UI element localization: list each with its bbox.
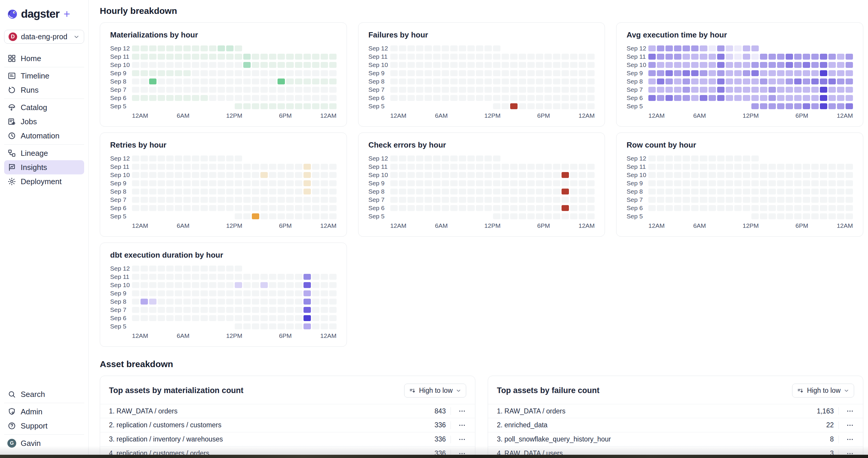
sidebar-item-timeline[interactable]: Timeline [4,69,84,83]
heatmap-cell [132,189,140,194]
heatmap-cell [433,45,440,51]
sidebar-item-lineage[interactable]: Lineage [4,146,84,160]
heatmap-cell [493,87,500,93]
heatmap-cell [493,205,500,211]
sidebar-item-home[interactable]: Home [4,51,84,66]
sidebar-item-insights[interactable]: Insights [4,160,84,174]
heatmap-cell [329,78,337,85]
heatmap-cell [218,299,225,304]
heatmap-cell [570,87,578,93]
heatmap-cell [442,95,449,101]
heatmap-cell [467,180,475,186]
heatmap-cell [519,87,526,93]
heatmap-cell [183,156,191,161]
heatmap-cell [510,197,518,203]
heatmap-row: Sep 5 [110,323,337,330]
heatmap-cell [587,205,595,211]
heatmap-cell [425,78,432,85]
heatmap-cell [786,78,793,85]
heatmap-cell [845,103,853,109]
heatmap-cell [399,180,406,186]
sidebar-nav: HomeTimelineRunsCatalogJobsAutomationLin… [4,51,84,189]
heatmap-cell [175,156,182,161]
row-menu-button[interactable] [456,435,469,443]
heatmap-cell [769,62,776,68]
heatmap-cell [278,274,285,280]
heatmap-cell [252,78,259,85]
heatmap-cell [149,307,156,313]
table-row[interactable]: 1. RAW_DATA / orders843 [100,404,475,418]
table-row[interactable]: 3. replication / inventory / warehouses3… [100,432,475,447]
sidebar-item-support[interactable]: Support [4,419,84,433]
table-title: Top assets by failure count [497,386,600,395]
heatmap-cell [648,164,656,170]
table-row[interactable]: 2. replication / customers / customers33… [100,418,475,432]
row-menu-button[interactable] [456,421,469,429]
heatmap-cell [459,172,466,178]
asset-count: 8 [807,435,834,443]
heatmap-cell [304,87,311,93]
heatmap-cell [734,70,742,76]
sidebar-item-admin[interactable]: Admin [4,404,84,419]
heatmap-cell [183,290,191,296]
sidebar-item-runs[interactable]: Runs [4,83,84,97]
heatmap-cell [243,180,251,186]
heatmap-cell [493,103,500,109]
heatmap-cell [200,299,208,304]
user-menu[interactable]: G Gavin [4,436,84,450]
heatmap-cell [769,103,776,109]
heatmap-cell [519,62,526,68]
heatmap-cell [743,197,750,203]
heatmap-cell [476,78,483,85]
heatmap-cell [743,172,750,178]
row-menu-button[interactable] [456,407,469,415]
row-label: Sep 11 [626,53,647,60]
heatmap-cell [837,197,844,203]
sort-dropdown[interactable]: High to low [404,384,466,397]
heatmap-cell [709,54,716,60]
row-menu-button[interactable] [843,421,857,429]
heatmap-cell [407,87,415,93]
heatmap-cell [760,189,767,194]
table-row[interactable]: 1. RAW_DATA / orders1,163 [488,404,863,418]
deployment-switcher[interactable]: D data-eng-prod [4,30,84,44]
heatmap-cell [726,205,733,211]
heatmap-cell [218,205,225,211]
heatmap-cell [674,164,681,170]
heatmap-cell [502,189,509,194]
heatmap-cell [829,70,836,76]
row-menu-button[interactable] [843,435,857,443]
sort-dropdown[interactable]: High to low [792,384,854,397]
table-header: Top assets by materialization countHigh … [100,376,475,404]
heatmap-cell [235,172,242,178]
heatmap-cell [553,95,560,101]
sidebar-item-catalog[interactable]: Catalog [4,100,84,115]
sidebar-item-deployment[interactable]: Deployment [4,174,84,189]
heatmap-cell [467,78,475,85]
row-label: Sep 10 [110,61,131,68]
insights-icon [7,163,16,172]
sidebar-item-label: Support [21,421,48,431]
heatmap-cell [235,299,242,304]
heatmap-cell [769,172,776,178]
heatmap-cell [777,164,784,170]
heatmap-cell [527,54,535,60]
heatmap-cell [433,189,440,194]
axis-tick: 12PM [485,112,501,119]
heatmap-cell [329,54,337,60]
sidebar-item-automation[interactable]: Automation [4,129,84,143]
heatmap-cell [286,164,293,170]
heatmap-cell [845,164,853,170]
sidebar-item-search[interactable]: Search [4,387,84,401]
heatmap-cell [260,205,268,211]
table-row[interactable]: 2. enriched_data22 [488,418,863,432]
heatmap-cell [166,180,174,186]
heatmap-cell [295,205,302,211]
row-menu-button[interactable] [843,407,857,415]
heatmap-cell [751,214,759,219]
sidebar-item-jobs[interactable]: Jobs [4,115,84,129]
heatmap-cell [200,156,208,161]
table-row[interactable]: 3. poll_snowflake_query_history_hour8 [488,432,863,447]
heatmap-cell [519,172,526,178]
heatmap-cell [390,45,398,51]
